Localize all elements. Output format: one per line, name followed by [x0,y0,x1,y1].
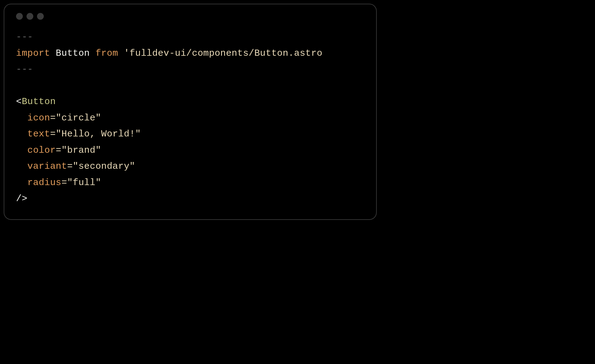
window-dot-icon [16,13,23,20]
attr-equals: = [50,129,55,139]
code-content: --- import Button from 'fulldev-ui/compo… [4,26,376,207]
attr-equals: = [50,113,55,123]
window-dot-icon [27,13,33,20]
import-keyword: import [16,48,50,59]
component-name: Button [22,96,55,107]
attr-value: "brand" [61,145,101,156]
import-path: 'fulldev-ui/components/Button.astro [124,48,322,59]
from-keyword: from [96,48,118,59]
attr-name: text [27,129,50,139]
attr-equals: = [56,145,61,156]
attr-name: variant [27,161,67,172]
tag-open-bracket: < [16,96,22,107]
attr-value: "secondary" [73,161,135,172]
attr-value: "Hello, World!" [56,129,141,139]
code-window: --- import Button from 'fulldev-ui/compo… [4,4,377,220]
attr-equals: = [67,161,73,172]
attr-name: icon [27,113,50,123]
window-header [4,4,376,26]
attr-value: "circle" [56,113,101,123]
attr-name: color [27,145,56,156]
window-dot-icon [37,13,44,20]
frontmatter-open: --- [16,32,33,42]
tag-close: /> [16,193,27,204]
attr-equals: = [61,177,67,188]
import-name: Button [56,48,90,59]
frontmatter-close: --- [16,64,33,75]
attr-name: radius [27,177,61,188]
attr-value: "full" [67,177,101,188]
